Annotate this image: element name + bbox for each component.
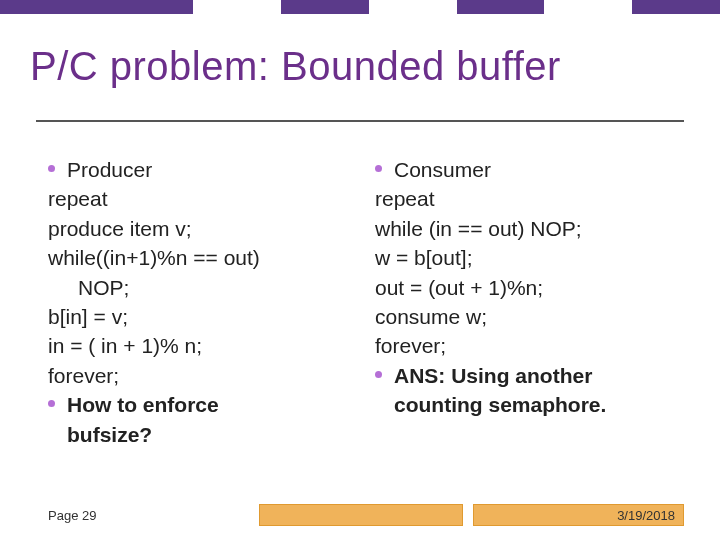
code-line: w = b[out];	[375, 243, 684, 272]
accent-segment	[632, 0, 720, 14]
code-line: repeat	[48, 184, 357, 213]
bullet-icon	[375, 371, 382, 378]
code-line: forever;	[375, 331, 684, 360]
top-accent-strip	[0, 0, 720, 14]
bullet-text: Consumer	[394, 155, 491, 184]
bullet-line: How to enforce	[48, 390, 357, 419]
bullet-icon	[48, 165, 55, 172]
code-line: b[in] = v;	[48, 302, 357, 331]
code-line: produce item v;	[48, 214, 357, 243]
accent-gap	[544, 0, 632, 14]
code-line: out = (out + 1)%n;	[375, 273, 684, 302]
bullet-text: Producer	[67, 155, 152, 184]
left-column: Producer repeat produce item v; while((i…	[48, 155, 357, 468]
slide: P/C problem: Bounded buffer Producer rep…	[0, 0, 720, 540]
footer-row: Page 29 3/19/2018	[36, 504, 684, 526]
accent-segment	[0, 0, 193, 14]
bullet-text: ANS: Using another	[394, 361, 592, 390]
code-line: while (in == out) NOP;	[375, 214, 684, 243]
accent-gap	[193, 0, 281, 14]
bullet-text-cont: counting semaphore.	[375, 390, 684, 419]
bullet-text: How to enforce	[67, 390, 219, 419]
code-line: NOP;	[48, 273, 357, 302]
bullet-icon	[375, 165, 382, 172]
code-line: in = ( in + 1)% n;	[48, 331, 357, 360]
bullet-line: ANS: Using another	[375, 361, 684, 390]
content-columns: Producer repeat produce item v; while((i…	[48, 155, 684, 468]
accent-segment	[457, 0, 545, 14]
code-line: consume w;	[375, 302, 684, 331]
code-line: while((in+1)%n == out)	[48, 243, 357, 272]
bullet-line: Consumer	[375, 155, 684, 184]
accent-segment	[281, 0, 369, 14]
page-number: Page 29	[36, 504, 249, 526]
accent-gap	[369, 0, 457, 14]
slide-footer: Page 29 3/19/2018	[0, 500, 720, 540]
slide-title: P/C problem: Bounded buffer	[30, 44, 690, 89]
slide-date: 3/19/2018	[473, 504, 684, 526]
code-line: forever;	[48, 361, 357, 390]
code-line: repeat	[375, 184, 684, 213]
bullet-text-cont: bufsize?	[48, 420, 357, 449]
bullet-line: Producer	[48, 155, 357, 184]
title-underline	[36, 120, 684, 122]
footer-highlight	[259, 504, 462, 526]
right-column: Consumer repeat while (in == out) NOP; w…	[375, 155, 684, 468]
bullet-icon	[48, 400, 55, 407]
